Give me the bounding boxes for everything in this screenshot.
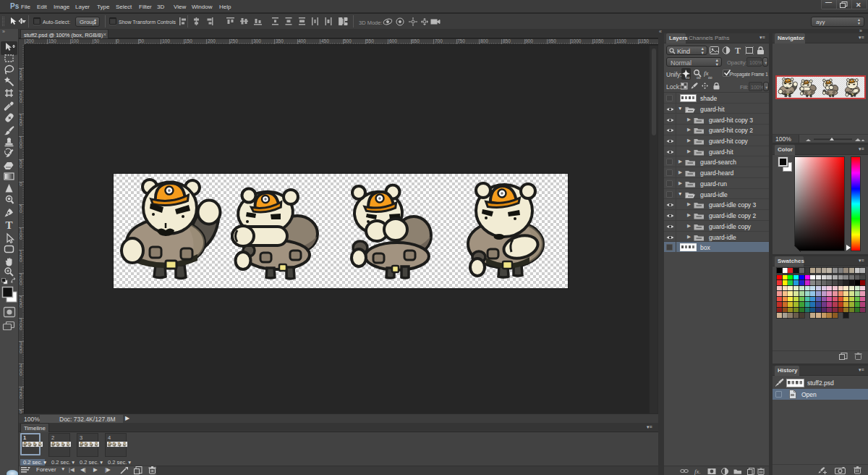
svg-text:oo: oo (708, 75, 712, 80)
svg-text:T: T (735, 46, 741, 55)
svg-text:oo: oo (686, 75, 690, 80)
svg-text:T: T (5, 219, 12, 231)
svg-text:oo: oo (697, 75, 701, 80)
svg-text:fx.: fx. (694, 468, 701, 475)
